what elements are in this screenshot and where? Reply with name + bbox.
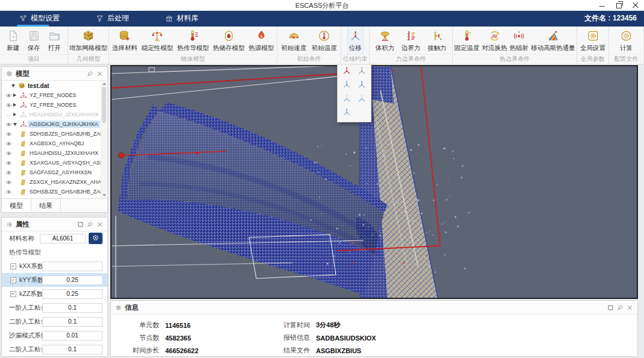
- tree-item[interactable]: HSAUHOISU_JZXIUXHAHX: [2, 110, 101, 119]
- displacement-option-5[interactable]: [339, 92, 355, 104]
- toolbar-button-heat-conduction-model[interactable]: 热传导模型: [176, 27, 210, 54]
- tree-collapse-icon[interactable]: [10, 291, 16, 297]
- tree-item[interactable]: SAGFASGZ_ASYHHXSN: [2, 168, 101, 177]
- toolbar-button-open[interactable]: 打开: [47, 27, 62, 54]
- toolbar-button-select-material[interactable]: 选择材料: [111, 27, 139, 54]
- tree-item[interactable]: YZ_FREE_NODES: [2, 90, 101, 100]
- eye-visible-icon[interactable]: [4, 102, 13, 108]
- toolbar-button-boundary-force[interactable]: 边界力: [400, 27, 422, 54]
- toolbar-button-fixed-temperature[interactable]: 固定温度: [453, 27, 481, 54]
- caret-right-icon[interactable]: [13, 113, 19, 116]
- displacement-option-2[interactable]: [355, 64, 370, 77]
- tree-item[interactable]: HSAUHDISU_JZXIUXHAHX: [2, 148, 101, 158]
- scroll-up-arrow[interactable]: [103, 83, 106, 85]
- property-value-input[interactable]: [42, 345, 103, 354]
- file-name-label: 文件名 : 123456: [584, 13, 637, 24]
- panel-tab-模型[interactable]: 模型: [2, 199, 31, 212]
- tree-collapse-icon[interactable]: [10, 263, 16, 269]
- property-row[interactable]: kYY系数: [2, 273, 107, 287]
- viewport-3d[interactable]: [110, 65, 638, 299]
- pin-icon[interactable]: [87, 221, 93, 228]
- toolbar-button-stability-model[interactable]: 稳定性模型: [140, 27, 175, 54]
- property-row[interactable]: 沙漏模式系数: [2, 328, 107, 342]
- pin-icon[interactable]: [617, 304, 623, 311]
- toolbar-button-moving-gaussian-heat-flux[interactable]: 移动高斯热通量: [530, 27, 577, 54]
- property-value-input[interactable]: [42, 275, 103, 285]
- toolbar-button-add-mesh-model[interactable]: 增加网格模型: [68, 27, 109, 54]
- toolbar-button-thermal-radiation[interactable]: 热辐射: [508, 27, 530, 54]
- material-settings-button[interactable]: [89, 233, 103, 244]
- eye-visible-icon[interactable]: [4, 151, 13, 156]
- property-row[interactable]: 二阶人工粘合性: [2, 342, 107, 356]
- tree-root-item[interactable]: test.dat: [2, 81, 101, 90]
- viewport-3d-scene[interactable]: [112, 66, 637, 298]
- displacement-option-1[interactable]: [339, 64, 355, 77]
- maximize-button[interactable]: [615, 2, 622, 9]
- toolbar-button-contact-force[interactable]: 接触力: [426, 27, 448, 54]
- property-row[interactable]: 二阶人工粘合性: [2, 315, 107, 328]
- eye-visible-icon[interactable]: [4, 189, 13, 195]
- eye-visible-icon[interactable]: [4, 180, 13, 185]
- caret-down-icon[interactable]: [13, 123, 19, 126]
- eye-visible-icon[interactable]: [4, 131, 13, 137]
- displacement-option-6[interactable]: [355, 92, 370, 104]
- tree-item[interactable]: YZ_FREE_NODES: [2, 100, 101, 110]
- toolbar-button-initial-temperature[interactable]: 初始温度: [311, 27, 338, 54]
- tree-item[interactable]: ZSXGX_HSAKAZNZXK_AHASX: [2, 177, 101, 187]
- displacement-option-4[interactable]: [355, 78, 370, 90]
- eye-hidden-icon[interactable]: [4, 112, 13, 118]
- maximize-panel-icon[interactable]: [77, 221, 84, 228]
- eye-visible-icon[interactable]: [4, 170, 13, 175]
- displacement-option-7[interactable]: [339, 105, 355, 118]
- scrollbar-thumb[interactable]: [102, 87, 106, 123]
- property-value-input[interactable]: [42, 331, 103, 341]
- menu-tab-post-processing[interactable]: 后处理: [92, 10, 133, 27]
- pin-icon[interactable]: [87, 71, 93, 77]
- toolbar-button-compute[interactable]: 计算: [619, 27, 634, 54]
- toolbar-button-global-settings[interactable]: 全局设置: [579, 27, 607, 54]
- toolbar-button-convection[interactable]: 对流换热: [481, 27, 508, 54]
- caret-right-icon[interactable]: [13, 93, 19, 97]
- tree-item[interactable]: SDHSBJZS_GHSABJHB_ZAHU: [2, 187, 101, 196]
- property-value-input[interactable]: [42, 317, 103, 327]
- caret-right-icon[interactable]: [13, 103, 19, 107]
- eye-visible-icon[interactable]: [4, 93, 13, 98]
- toolbar-button-heat-storage-model[interactable]: 热储存模型: [212, 27, 246, 54]
- scroll-down-arrow[interactable]: [103, 194, 106, 196]
- toolbar-button-body-force[interactable]: 体积力: [374, 27, 396, 54]
- close-panel-icon[interactable]: [96, 221, 103, 228]
- displacement-option-3[interactable]: [339, 78, 355, 90]
- tree-item[interactable]: SDHSBJZS_GHSABJHB_ZAHU: [2, 129, 101, 139]
- tree-item[interactable]: XAGBSXG_AYHAQBJ: [2, 139, 101, 148]
- menu-tab-model-settings[interactable]: 模型设置: [16, 10, 63, 27]
- panel-tab-结果[interactable]: 结果: [31, 199, 61, 212]
- menu-tab-material-library[interactable]: 材料库: [162, 10, 202, 27]
- maximize-panel-icon[interactable]: [607, 304, 614, 311]
- property-row[interactable]: 一阶人工粘合性: [2, 301, 107, 315]
- stat-value: 466526622: [165, 347, 198, 354]
- toolbar-button-new[interactable]: 新建: [5, 27, 21, 54]
- property-value-input[interactable]: [42, 262, 103, 271]
- property-label: 沙漏模式系数: [9, 331, 42, 340]
- property-value-input[interactable]: [42, 303, 103, 313]
- caret-down-icon[interactable]: [11, 84, 17, 87]
- material-name-input[interactable]: [40, 234, 86, 243]
- property-row[interactable]: kZZ系数: [2, 287, 107, 301]
- tree-collapse-icon[interactable]: [10, 277, 16, 283]
- tree-item[interactable]: XSAXGAUS_AISYAQSH_ASHX: [2, 158, 101, 168]
- property-row[interactable]: kXX系数: [2, 259, 107, 273]
- close-panel-icon[interactable]: [96, 71, 103, 77]
- eye-visible-icon[interactable]: [4, 122, 13, 127]
- eye-visible-icon[interactable]: [4, 160, 13, 166]
- eye-visible-icon[interactable]: [4, 141, 13, 146]
- toolbar-button-heat-source-model[interactable]: 热源模型: [247, 27, 275, 54]
- toolbar-button-initial-velocity[interactable]: 初始速度: [280, 27, 308, 54]
- property-value-input[interactable]: [42, 289, 103, 299]
- tree-item[interactable]: AGSGKJKG_GJHXAJKHXA: [2, 119, 101, 129]
- toolbar-button-displacement[interactable]: 位移: [348, 27, 363, 54]
- minimize-button[interactable]: [598, 2, 605, 9]
- toolbar-button-save[interactable]: 保存: [27, 27, 42, 54]
- close-panel-icon[interactable]: [627, 304, 633, 311]
- tree-scrollbar[interactable]: [101, 81, 107, 198]
- close-button[interactable]: [632, 2, 639, 9]
